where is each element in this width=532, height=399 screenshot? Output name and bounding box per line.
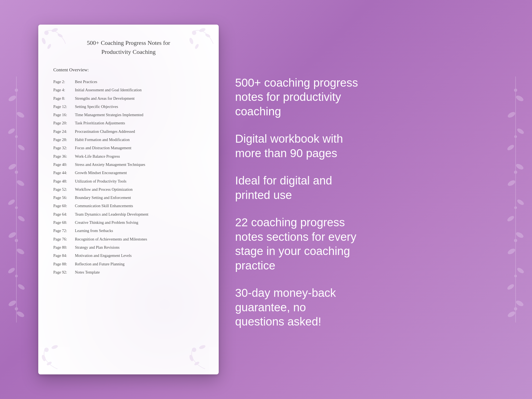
feature-item-1: 500+ coaching progress notes for product… [235, 76, 510, 119]
toc-entry-text: Notes Template [75, 269, 100, 275]
toc-entry-text: Boundary Setting and Enforcement [75, 195, 131, 200]
toc-entry: Page 52:Workflow and Process Optimizatio… [53, 185, 204, 193]
toc-entry-text: Initial Assessment and Goal Identificati… [75, 87, 142, 93]
toc-entry: Page 24:Procrastination Challenges Addre… [53, 127, 204, 136]
toc-entry-text: Learning from Setbacks [75, 228, 113, 233]
toc-entry-text: Reflection and Future Planning [75, 261, 125, 267]
toc-entry: Page 12:Setting Specific Objectives [53, 102, 204, 111]
svg-point-59 [189, 354, 194, 362]
toc-page-number: Page 92: [53, 269, 74, 275]
feature-item-5: 30-day money-back guarantee, no question… [235, 286, 510, 329]
toc-entry: Page 84:Motivation and Engagement Levels [53, 251, 204, 260]
toc-entry: Page 68:Creative Thinking and Problem So… [53, 218, 204, 227]
toc-entry: Page 4:Initial Assessment and Goal Ident… [53, 86, 204, 94]
features-list: 500+ coaching progress notes for product… [235, 70, 510, 329]
toc-page-number: Page 2: [53, 79, 74, 84]
toc-entry-text: Motivation and Engagement Levels [75, 253, 131, 258]
document-title: 500+ Coaching Progress Notes for Product… [53, 38, 204, 56]
svg-point-44 [44, 31, 49, 35]
toc-entry-text: Time Management Strategies Implemented [75, 112, 143, 118]
toc-entry: Page 16:Time Management Strategies Imple… [53, 111, 204, 119]
toc-entry-text: Habit Formation and Modification [75, 137, 130, 142]
toc-page-number: Page 40: [53, 162, 74, 167]
toc-page-number: Page 36: [53, 154, 74, 159]
feature-item-2: Digital workbook with more than 90 pages [235, 132, 510, 160]
toc-entry-text: Task Prioritization Adjustments [75, 120, 125, 126]
toc-entry: Page 48:Utilization of Productivity Tool… [53, 177, 204, 185]
toc-page-number: Page 84: [53, 253, 74, 258]
toc-entry: Page 76:Recognition of Achievements and … [53, 235, 204, 243]
toc-entry-text: Strategy and Plan Revisions [75, 245, 119, 250]
toc-entry-text: Work-Life Balance Progress [75, 154, 120, 159]
toc-entry-text: Setting Specific Objectives [75, 104, 118, 109]
toc-page-number: Page 68: [53, 220, 74, 225]
svg-point-45 [51, 27, 59, 33]
table-of-contents: Page 2:Best PracticesPage 4:Initial Asse… [53, 78, 204, 276]
toc-entry-text: Best Practices [75, 79, 97, 84]
toc-entry: Page 40:Stress and Anxiety Management Te… [53, 160, 204, 169]
toc-entry: Page 20:Task Prioritization Adjustments [53, 119, 204, 127]
toc-page-number: Page 48: [53, 178, 74, 184]
document-preview: 500+ Coaching Progress Notes for Product… [38, 25, 219, 374]
svg-point-48 [47, 43, 52, 49]
main-content: 500+ Coaching Progress Notes for Product… [0, 0, 532, 399]
toc-entry-text: Growth Mindset Encouragement [75, 170, 127, 175]
toc-page-number: Page 64: [53, 212, 74, 217]
svg-point-60 [199, 344, 206, 350]
toc-entry: Page 32:Focus and Distraction Management [53, 144, 204, 152]
toc-section-title: Content Overview: [53, 67, 204, 73]
toc-entry: Page 80:Strategy and Plan Revisions [53, 243, 204, 251]
corner-decoration-bl [41, 339, 74, 372]
toc-page-number: Page 16: [53, 112, 74, 118]
svg-point-49 [192, 31, 196, 35]
svg-point-55 [41, 354, 46, 362]
toc-entry: Page 64:Team Dynamics and Leadership Dev… [53, 210, 204, 218]
toc-entry: Page 92:Notes Template [53, 268, 204, 276]
toc-page-number: Page 4: [53, 87, 74, 93]
corner-decoration-br [183, 339, 216, 372]
toc-entry: Page 36:Work-Life Balance Progress [53, 152, 204, 160]
doc-title-line2: Productivity Coaching [101, 48, 156, 55]
toc-page-number: Page 12: [53, 104, 74, 109]
toc-page-number: Page 76: [53, 236, 74, 242]
toc-entry-text: Strengths and Areas for Development [75, 96, 135, 101]
svg-point-54 [44, 348, 49, 352]
toc-page-number: Page 44: [53, 170, 74, 175]
document-content: 500+ Coaching Progress Notes for Product… [53, 38, 204, 276]
toc-entry: Page 44:Growth Mindset Encouragement [53, 169, 204, 177]
svg-point-56 [51, 344, 59, 350]
toc-entry-text: Focus and Distraction Management [75, 145, 131, 151]
toc-page-number: Page 56: [53, 195, 74, 200]
toc-entry: Page 2:Best Practices [53, 78, 204, 86]
toc-entry: Page 72:Learning from Setbacks [53, 227, 204, 235]
toc-entry-text: Utilization of Productivity Tools [75, 178, 126, 184]
doc-title-line1: 500+ Coaching Progress Notes for [87, 39, 170, 46]
svg-point-50 [199, 27, 206, 33]
toc-page-number: Page 60: [53, 203, 74, 209]
toc-entry-text: Workflow and Process Optimization [75, 187, 133, 192]
feature-item-4: 22 coaching progress notes sections for … [235, 215, 510, 273]
toc-entry-text: Team Dynamics and Leadership Development [75, 212, 148, 217]
svg-point-46 [41, 37, 46, 45]
toc-page-number: Page 28: [53, 137, 74, 142]
toc-page-number: Page 8: [53, 96, 74, 101]
toc-entry: Page 88:Reflection and Future Planning [53, 260, 204, 268]
toc-entry: Page 8:Strengths and Areas for Developme… [53, 94, 204, 102]
toc-page-number: Page 80: [53, 245, 74, 250]
toc-entry-text: Communication Skill Enhancements [75, 203, 133, 209]
toc-entry-text: Stress and Anxiety Management Techniques [75, 162, 145, 167]
toc-page-number: Page 52: [53, 187, 74, 192]
toc-entry-text: Creative Thinking and Problem Solving [75, 220, 138, 225]
toc-entry: Page 56:Boundary Setting and Enforcement [53, 193, 204, 202]
toc-page-number: Page 24: [53, 129, 74, 134]
toc-page-number: Page 72: [53, 228, 74, 233]
toc-page-number: Page 32: [53, 145, 74, 151]
toc-entry: Page 28:Habit Formation and Modification [53, 136, 204, 144]
toc-entry-text: Procrastination Challenges Addressed [75, 129, 135, 134]
toc-entry: Page 60:Communication Skill Enhancements [53, 202, 204, 210]
feature-item-3: Ideal for digital and printed use [235, 174, 510, 202]
toc-entry-text: Recognition of Achievements and Mileston… [75, 236, 147, 242]
toc-page-number: Page 20: [53, 120, 74, 126]
svg-point-58 [192, 348, 196, 352]
toc-page-number: Page 88: [53, 261, 74, 267]
